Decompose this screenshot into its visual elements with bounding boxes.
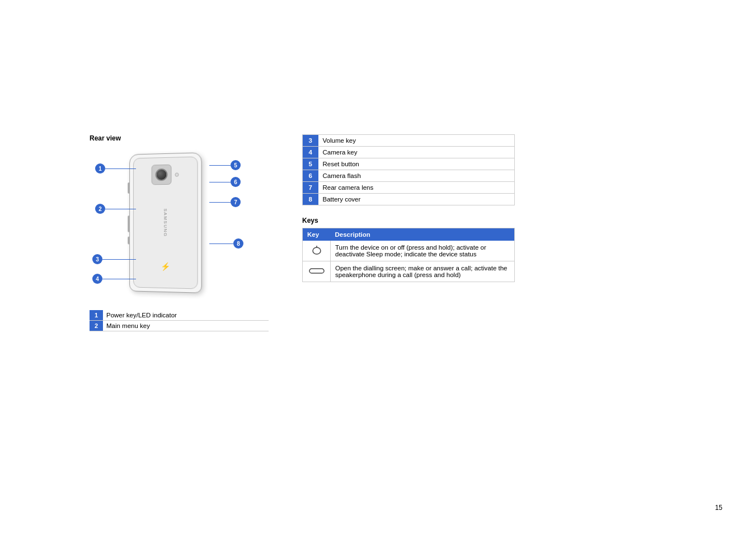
callout-dot-2: 2 <box>95 204 105 214</box>
callout-dot-1: 1 <box>95 163 105 174</box>
page-number: 15 <box>715 504 722 512</box>
feature-number: 4 <box>303 147 318 158</box>
left-section: Rear view SAMSUNG <box>90 134 269 331</box>
keys-title: Keys <box>302 217 515 224</box>
feature-label: Battery cover <box>318 194 515 205</box>
feature-row: 4Camera key <box>303 147 515 158</box>
lightning-icon: ⚡ <box>161 262 170 271</box>
callout-7: 7 <box>209 197 241 207</box>
callout-dot-5: 5 <box>231 160 241 170</box>
callout-4: 4 <box>92 274 136 284</box>
feature-row: 8Battery cover <box>303 194 515 205</box>
callout-line-8 <box>209 243 233 244</box>
callout-line-7 <box>209 202 231 203</box>
call-icon <box>308 266 325 276</box>
feature-row: 7Rear camera lens <box>303 182 515 194</box>
callout-dot-3: 3 <box>92 254 102 264</box>
feature-number: 3 <box>303 135 318 147</box>
key-icon-cell <box>303 241 331 261</box>
callout-8: 8 <box>209 238 243 249</box>
parts-row: 2Main menu key <box>90 321 269 331</box>
callout-dot-4: 4 <box>92 274 102 284</box>
features-table: 3Volume key4Camera key5Reset button6Came… <box>302 134 515 205</box>
key-row: Open the dialling screen; make or answer… <box>303 261 515 282</box>
camera-mount <box>152 165 172 185</box>
key-description: Turn the device on or off (press and hol… <box>331 241 515 261</box>
side-button-3 <box>128 237 130 245</box>
parts-table: 1Power key/LED indicator2Main menu key <box>90 310 269 331</box>
feature-label: Volume key <box>318 135 515 147</box>
part-label: Main menu key <box>103 321 269 331</box>
right-section: 3Volume key4Camera key5Reset button6Came… <box>302 134 515 282</box>
keys-table: Key Description Turn the device on or of… <box>302 228 515 282</box>
feature-row: 3Volume key <box>303 135 515 147</box>
parts-row: 1Power key/LED indicator <box>90 310 269 321</box>
phone-body: SAMSUNG ⚡ <box>129 152 202 293</box>
key-row: Turn the device on or off (press and hol… <box>303 241 515 261</box>
feature-label: Reset button <box>318 158 515 170</box>
camera-group <box>152 164 179 185</box>
part-number: 1 <box>90 310 103 321</box>
page: Rear view SAMSUNG <box>0 0 756 534</box>
feature-label: Rear camera lens <box>318 182 515 194</box>
keys-col-desc: Description <box>331 228 515 241</box>
phone-inner: SAMSUNG ⚡ <box>133 157 198 289</box>
samsung-text: SAMSUNG <box>163 208 168 237</box>
key-icon-cell <box>303 261 331 282</box>
callout-2: 2 <box>95 204 136 214</box>
callout-line-6 <box>209 182 231 182</box>
svg-point-0 <box>313 247 321 254</box>
callout-line-2 <box>105 209 136 209</box>
callout-line-1 <box>105 168 136 169</box>
content-area: Rear view SAMSUNG <box>90 134 734 331</box>
callout-line-5 <box>209 165 231 166</box>
callout-dot-8: 8 <box>233 238 243 249</box>
device-diagram: SAMSUNG ⚡ 1 2 <box>90 148 246 310</box>
flash-dot <box>175 172 179 176</box>
callout-line-3 <box>102 259 136 260</box>
part-label: Power key/LED indicator <box>103 310 269 321</box>
callout-6: 6 <box>209 177 241 187</box>
feature-row: 6Camera flash <box>303 170 515 182</box>
keys-col-key: Key <box>303 228 331 241</box>
callout-3: 3 <box>92 254 136 264</box>
callout-5: 5 <box>209 160 241 170</box>
feature-number: 8 <box>303 194 318 205</box>
callout-dot-7: 7 <box>231 197 241 207</box>
callout-dot-6: 6 <box>231 177 241 187</box>
feature-number: 5 <box>303 158 318 170</box>
feature-row: 5Reset button <box>303 158 515 170</box>
feature-number: 6 <box>303 170 318 182</box>
feature-number: 7 <box>303 182 318 194</box>
callout-line-4 <box>102 279 136 279</box>
camera-lens-inner <box>156 168 168 181</box>
keys-section: Keys Key Description Turn the device on … <box>302 217 515 282</box>
part-number: 2 <box>90 321 103 331</box>
side-button-1 <box>128 182 130 194</box>
rear-view-title: Rear view <box>90 134 121 142</box>
power-icon <box>310 245 323 256</box>
key-description: Open the dialling screen; make or answer… <box>331 261 515 282</box>
svg-rect-2 <box>309 269 324 273</box>
side-button-2 <box>128 216 130 232</box>
feature-label: Camera flash <box>318 170 515 182</box>
callout-1: 1 <box>95 163 136 174</box>
feature-label: Camera key <box>318 147 515 158</box>
